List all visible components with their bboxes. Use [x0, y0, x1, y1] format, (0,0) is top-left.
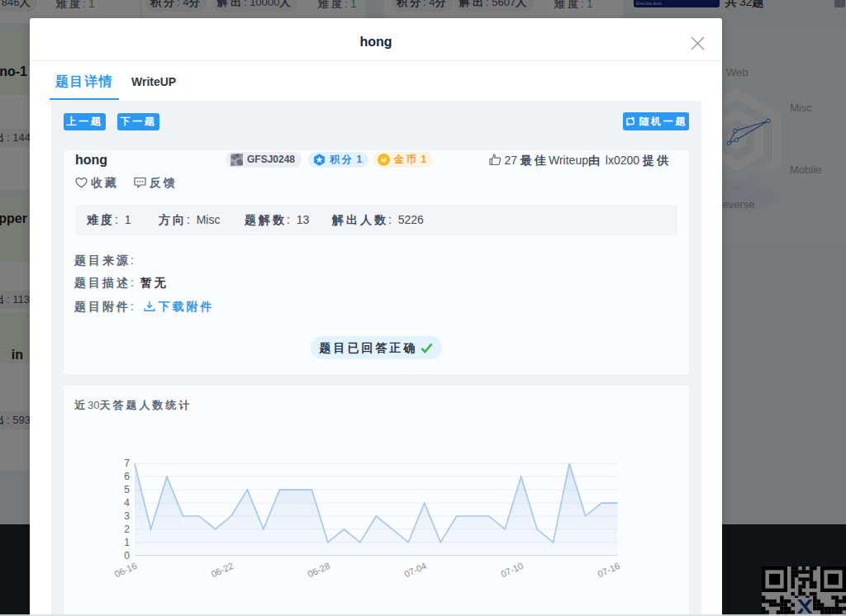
svg-text:06-28: 06-28 [307, 561, 332, 579]
svg-text:6: 6 [124, 471, 130, 482]
svg-text:1: 1 [124, 537, 130, 548]
svg-text:4: 4 [124, 497, 130, 509]
svg-text:5: 5 [124, 484, 130, 495]
svg-text:3: 3 [124, 510, 130, 522]
svg-text:0: 0 [124, 550, 130, 562]
svg-text:06-22: 06-22 [210, 561, 235, 579]
svg-text:2: 2 [124, 524, 130, 535]
svg-text:06-16: 06-16 [113, 561, 139, 579]
svg-text:07-10: 07-10 [499, 561, 525, 579]
svg-text:07-04: 07-04 [402, 561, 428, 579]
svg-text:07-16: 07-16 [596, 561, 621, 579]
svg-text:7: 7 [124, 457, 130, 469]
